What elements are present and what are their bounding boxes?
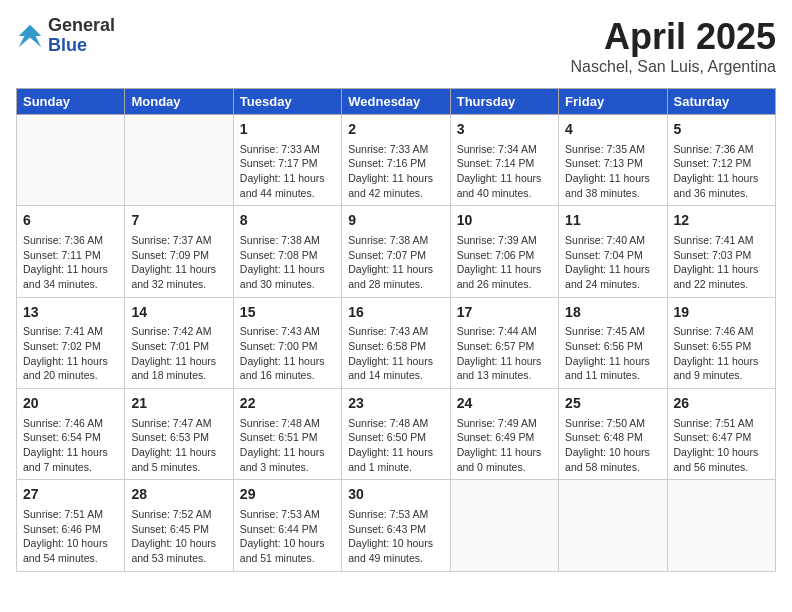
calendar-cell: 6Sunrise: 7:36 AM Sunset: 7:11 PM Daylig…: [17, 206, 125, 297]
day-number: 15: [240, 303, 335, 323]
day-info: Sunrise: 7:44 AM Sunset: 6:57 PM Dayligh…: [457, 324, 552, 383]
day-number: 27: [23, 485, 118, 505]
day-info: Sunrise: 7:53 AM Sunset: 6:43 PM Dayligh…: [348, 507, 443, 566]
logo: General Blue: [16, 16, 115, 56]
day-number: 19: [674, 303, 769, 323]
calendar-table: SundayMondayTuesdayWednesdayThursdayFrid…: [16, 88, 776, 572]
day-info: Sunrise: 7:38 AM Sunset: 7:07 PM Dayligh…: [348, 233, 443, 292]
calendar-cell: 13Sunrise: 7:41 AM Sunset: 7:02 PM Dayli…: [17, 297, 125, 388]
calendar-cell: [450, 480, 558, 571]
day-info: Sunrise: 7:53 AM Sunset: 6:44 PM Dayligh…: [240, 507, 335, 566]
day-number: 24: [457, 394, 552, 414]
day-number: 23: [348, 394, 443, 414]
day-info: Sunrise: 7:41 AM Sunset: 7:02 PM Dayligh…: [23, 324, 118, 383]
title-area: April 2025 Naschel, San Luis, Argentina: [571, 16, 776, 76]
calendar-cell: 30Sunrise: 7:53 AM Sunset: 6:43 PM Dayli…: [342, 480, 450, 571]
day-info: Sunrise: 7:45 AM Sunset: 6:56 PM Dayligh…: [565, 324, 660, 383]
day-number: 14: [131, 303, 226, 323]
day-info: Sunrise: 7:51 AM Sunset: 6:47 PM Dayligh…: [674, 416, 769, 475]
day-info: Sunrise: 7:40 AM Sunset: 7:04 PM Dayligh…: [565, 233, 660, 292]
day-number: 26: [674, 394, 769, 414]
calendar-cell: 23Sunrise: 7:48 AM Sunset: 6:50 PM Dayli…: [342, 389, 450, 480]
calendar-cell: 4Sunrise: 7:35 AM Sunset: 7:13 PM Daylig…: [559, 115, 667, 206]
calendar-cell: 26Sunrise: 7:51 AM Sunset: 6:47 PM Dayli…: [667, 389, 775, 480]
day-number: 16: [348, 303, 443, 323]
day-number: 28: [131, 485, 226, 505]
calendar-cell: 12Sunrise: 7:41 AM Sunset: 7:03 PM Dayli…: [667, 206, 775, 297]
day-number: 2: [348, 120, 443, 140]
calendar-cell: 5Sunrise: 7:36 AM Sunset: 7:12 PM Daylig…: [667, 115, 775, 206]
calendar-cell: [667, 480, 775, 571]
calendar-cell: 22Sunrise: 7:48 AM Sunset: 6:51 PM Dayli…: [233, 389, 341, 480]
calendar-cell: 27Sunrise: 7:51 AM Sunset: 6:46 PM Dayli…: [17, 480, 125, 571]
weekday-header-tuesday: Tuesday: [233, 89, 341, 115]
day-number: 29: [240, 485, 335, 505]
calendar-cell: 20Sunrise: 7:46 AM Sunset: 6:54 PM Dayli…: [17, 389, 125, 480]
day-info: Sunrise: 7:36 AM Sunset: 7:12 PM Dayligh…: [674, 142, 769, 201]
day-number: 25: [565, 394, 660, 414]
day-info: Sunrise: 7:39 AM Sunset: 7:06 PM Dayligh…: [457, 233, 552, 292]
calendar-week-row: 27Sunrise: 7:51 AM Sunset: 6:46 PM Dayli…: [17, 480, 776, 571]
calendar-cell: 28Sunrise: 7:52 AM Sunset: 6:45 PM Dayli…: [125, 480, 233, 571]
weekday-header-wednesday: Wednesday: [342, 89, 450, 115]
day-number: 30: [348, 485, 443, 505]
day-info: Sunrise: 7:33 AM Sunset: 7:16 PM Dayligh…: [348, 142, 443, 201]
day-number: 6: [23, 211, 118, 231]
day-number: 10: [457, 211, 552, 231]
day-info: Sunrise: 7:37 AM Sunset: 7:09 PM Dayligh…: [131, 233, 226, 292]
day-info: Sunrise: 7:34 AM Sunset: 7:14 PM Dayligh…: [457, 142, 552, 201]
calendar-week-row: 20Sunrise: 7:46 AM Sunset: 6:54 PM Dayli…: [17, 389, 776, 480]
day-info: Sunrise: 7:38 AM Sunset: 7:08 PM Dayligh…: [240, 233, 335, 292]
calendar-week-row: 13Sunrise: 7:41 AM Sunset: 7:02 PM Dayli…: [17, 297, 776, 388]
weekday-header-sunday: Sunday: [17, 89, 125, 115]
day-number: 5: [674, 120, 769, 140]
weekday-header-monday: Monday: [125, 89, 233, 115]
calendar-cell: [17, 115, 125, 206]
day-info: Sunrise: 7:33 AM Sunset: 7:17 PM Dayligh…: [240, 142, 335, 201]
day-number: 3: [457, 120, 552, 140]
day-info: Sunrise: 7:43 AM Sunset: 7:00 PM Dayligh…: [240, 324, 335, 383]
day-number: 20: [23, 394, 118, 414]
calendar-cell: 16Sunrise: 7:43 AM Sunset: 6:58 PM Dayli…: [342, 297, 450, 388]
header: General Blue April 2025 Naschel, San Lui…: [16, 16, 776, 76]
day-info: Sunrise: 7:41 AM Sunset: 7:03 PM Dayligh…: [674, 233, 769, 292]
location-subtitle: Naschel, San Luis, Argentina: [571, 58, 776, 76]
day-number: 11: [565, 211, 660, 231]
logo-icon: [16, 22, 44, 50]
calendar-cell: 19Sunrise: 7:46 AM Sunset: 6:55 PM Dayli…: [667, 297, 775, 388]
month-title: April 2025: [571, 16, 776, 58]
calendar-cell: 2Sunrise: 7:33 AM Sunset: 7:16 PM Daylig…: [342, 115, 450, 206]
day-number: 12: [674, 211, 769, 231]
calendar-cell: 10Sunrise: 7:39 AM Sunset: 7:06 PM Dayli…: [450, 206, 558, 297]
calendar-week-row: 1Sunrise: 7:33 AM Sunset: 7:17 PM Daylig…: [17, 115, 776, 206]
day-info: Sunrise: 7:36 AM Sunset: 7:11 PM Dayligh…: [23, 233, 118, 292]
calendar-cell: 15Sunrise: 7:43 AM Sunset: 7:00 PM Dayli…: [233, 297, 341, 388]
calendar-cell: 1Sunrise: 7:33 AM Sunset: 7:17 PM Daylig…: [233, 115, 341, 206]
calendar-cell: 25Sunrise: 7:50 AM Sunset: 6:48 PM Dayli…: [559, 389, 667, 480]
day-info: Sunrise: 7:46 AM Sunset: 6:55 PM Dayligh…: [674, 324, 769, 383]
calendar-week-row: 6Sunrise: 7:36 AM Sunset: 7:11 PM Daylig…: [17, 206, 776, 297]
day-number: 8: [240, 211, 335, 231]
weekday-header-row: SundayMondayTuesdayWednesdayThursdayFrid…: [17, 89, 776, 115]
calendar-cell: 18Sunrise: 7:45 AM Sunset: 6:56 PM Dayli…: [559, 297, 667, 388]
calendar-cell: 11Sunrise: 7:40 AM Sunset: 7:04 PM Dayli…: [559, 206, 667, 297]
weekday-header-friday: Friday: [559, 89, 667, 115]
day-number: 9: [348, 211, 443, 231]
svg-marker-0: [19, 25, 41, 47]
calendar-cell: 17Sunrise: 7:44 AM Sunset: 6:57 PM Dayli…: [450, 297, 558, 388]
day-number: 17: [457, 303, 552, 323]
day-number: 4: [565, 120, 660, 140]
day-info: Sunrise: 7:49 AM Sunset: 6:49 PM Dayligh…: [457, 416, 552, 475]
calendar-cell: 24Sunrise: 7:49 AM Sunset: 6:49 PM Dayli…: [450, 389, 558, 480]
day-info: Sunrise: 7:50 AM Sunset: 6:48 PM Dayligh…: [565, 416, 660, 475]
day-number: 13: [23, 303, 118, 323]
calendar-cell: 7Sunrise: 7:37 AM Sunset: 7:09 PM Daylig…: [125, 206, 233, 297]
day-info: Sunrise: 7:46 AM Sunset: 6:54 PM Dayligh…: [23, 416, 118, 475]
day-number: 21: [131, 394, 226, 414]
day-number: 1: [240, 120, 335, 140]
day-info: Sunrise: 7:48 AM Sunset: 6:51 PM Dayligh…: [240, 416, 335, 475]
logo-general: General Blue: [48, 16, 115, 56]
weekday-header-thursday: Thursday: [450, 89, 558, 115]
calendar-cell: 14Sunrise: 7:42 AM Sunset: 7:01 PM Dayli…: [125, 297, 233, 388]
calendar-cell: [559, 480, 667, 571]
